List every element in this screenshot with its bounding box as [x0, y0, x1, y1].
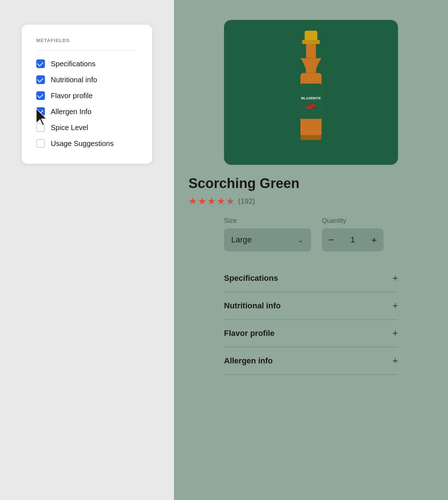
svg-rect-9	[300, 135, 322, 140]
quantity-label: Quantity	[322, 217, 383, 225]
rating-row: ★ ★ ★ ★ ★ ★ (192)	[188, 196, 362, 207]
chevron-down-icon: ⌄	[298, 236, 304, 244]
accordion-item-specifications[interactable]: Specifications +	[224, 264, 398, 292]
expand-icon-nutritional-info: +	[393, 300, 398, 311]
accordion-list: Specifications + Nutritional info + Flav…	[224, 264, 398, 375]
accordion-item-nutritional-info[interactable]: Nutritional info +	[224, 292, 398, 320]
left-panel: METAFIELDS Specifications Nutritional in…	[0, 0, 174, 500]
quantity-increase-button[interactable]: +	[372, 235, 377, 245]
size-label: Size	[224, 217, 311, 225]
quantity-decrease-button[interactable]: −	[328, 235, 334, 245]
accordion-item-allergen-info[interactable]: Allergen info +	[224, 347, 398, 375]
svg-rect-5	[300, 84, 322, 119]
rating-count: (192)	[238, 197, 255, 205]
svg-rect-1	[304, 31, 317, 41]
svg-rect-3	[306, 44, 316, 58]
checkbox-item-specifications[interactable]: Specifications	[36, 59, 138, 68]
checkbox-item-usage-suggestions[interactable]: Usage Suggestions	[36, 139, 138, 148]
product-name: Scorching Green	[188, 176, 362, 191]
checkbox-usage-suggestions[interactable]	[36, 139, 45, 148]
accordion-label-specifications: Specifications	[224, 274, 278, 283]
metafields-title: METAFIELDS	[36, 38, 138, 43]
checkbox-label-allergen-info: Allergen Info	[51, 108, 91, 116]
star-5-half: ★ ★	[226, 196, 235, 207]
right-panel: BLAZEBITE Scorching Green ★ ★ ★ ★ ★ ★ (1…	[174, 0, 448, 500]
quantity-control: Quantity − 1 +	[322, 217, 383, 251]
star-2: ★	[198, 196, 206, 207]
star-1: ★	[188, 196, 197, 207]
size-select[interactable]: Large ⌄	[224, 228, 311, 251]
checkbox-label-spice-level: Spice Level	[51, 124, 88, 132]
star-rating: ★ ★ ★ ★ ★ ★	[188, 196, 235, 207]
checkbox-item-flavor-profile[interactable]: Flavor profile	[36, 91, 138, 100]
checkbox-label-flavor-profile: Flavor profile	[51, 92, 93, 100]
controls-row: Size Large ⌄ Quantity − 1 +	[224, 217, 398, 251]
checkbox-allergen-info[interactable]	[36, 107, 45, 116]
quantity-value: 1	[350, 235, 355, 245]
quantity-stepper: − 1 +	[322, 228, 383, 251]
checkbox-list: Specifications Nutritional info Flavor p…	[36, 59, 138, 148]
checkbox-spice-level[interactable]	[36, 123, 45, 132]
size-control: Size Large ⌄	[224, 217, 311, 251]
checkbox-item-spice-level[interactable]: Spice Level	[36, 123, 138, 132]
star-3: ★	[207, 196, 216, 207]
metafields-card: METAFIELDS Specifications Nutritional in…	[22, 25, 152, 164]
divider	[36, 50, 138, 51]
checkbox-flavor-profile[interactable]	[36, 91, 45, 100]
expand-icon-specifications: +	[393, 272, 398, 284]
expand-icon-allergen-info: +	[393, 355, 398, 366]
size-value: Large	[231, 235, 252, 245]
svg-text:BLAZEBITE: BLAZEBITE	[301, 96, 321, 100]
svg-rect-2	[302, 40, 320, 44]
checkbox-nutritional-info[interactable]	[36, 75, 45, 84]
bottle-illustration: BLAZEBITE	[278, 27, 344, 158]
checkbox-label-specifications: Specifications	[51, 60, 95, 68]
product-image: BLAZEBITE	[224, 20, 398, 165]
checkbox-item-nutritional-info[interactable]: Nutritional info	[36, 75, 138, 84]
star-4: ★	[217, 196, 225, 207]
checkbox-specifications[interactable]	[36, 59, 45, 68]
expand-icon-flavor-profile: +	[393, 328, 398, 339]
checkbox-label-nutritional-info: Nutritional info	[51, 76, 97, 84]
checkbox-item-allergen-info[interactable]: Allergen Info	[36, 107, 138, 116]
accordion-item-flavor-profile[interactable]: Flavor profile +	[224, 320, 398, 347]
accordion-label-allergen-info: Allergen info	[224, 356, 273, 366]
accordion-label-nutritional-info: Nutritional info	[224, 301, 281, 311]
checkbox-label-usage-suggestions: Usage Suggestions	[51, 139, 113, 148]
accordion-label-flavor-profile: Flavor profile	[224, 329, 274, 338]
